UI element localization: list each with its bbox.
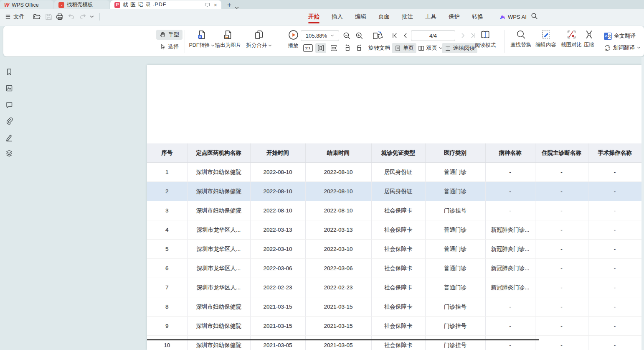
split-merge-button[interactable]: 拆分合并: [241, 29, 276, 54]
undo-redo-chevron-icon[interactable]: [89, 12, 95, 21]
table-cell: -: [485, 163, 535, 182]
document-area: 序号定点医药机构名称开始时间结束时间就诊凭证类型医疗类别病种名称住院主诊断名称手…: [0, 57, 644, 350]
table-cell: 2022-03-10: [250, 240, 305, 259]
table-cell: 2021-03-05: [250, 336, 305, 350]
next-page-button[interactable]: [459, 31, 467, 40]
cursor-icon: [160, 43, 166, 50]
file-menu-button[interactable]: 文件: [5, 9, 25, 24]
table-cell: -: [588, 336, 641, 350]
table-cell: 2: [147, 182, 187, 201]
read-mode-button[interactable]: 阅读模式: [468, 29, 503, 54]
wps-logo-icon: W: [4, 2, 9, 8]
table-cell: 普通门诊: [425, 259, 485, 278]
save-button[interactable]: [43, 12, 53, 21]
undo-button[interactable]: [66, 12, 76, 21]
translate-word-button[interactable]: 文 A 划词翻译: [604, 43, 641, 53]
previous-page-button[interactable]: [401, 31, 409, 40]
table-cell: 社会保障卡: [371, 240, 425, 259]
ribbon-tab-4[interactable]: 页面: [378, 13, 390, 20]
rotate-document-label[interactable]: 旋转文档: [366, 43, 393, 53]
table-cell: 2022-03-13: [250, 220, 305, 240]
ribbon-tab-6[interactable]: 工具: [425, 13, 436, 20]
fit-width-button[interactable]: [328, 43, 339, 53]
sidebar: [0, 57, 18, 350]
table-cell: 9: [147, 317, 187, 336]
table-cell: 社会保障卡: [371, 220, 425, 240]
column-header: 序号: [147, 143, 187, 163]
table-cell: 社会保障卡: [371, 317, 425, 336]
edit-content-icon: [541, 29, 551, 40]
open-file-button[interactable]: [32, 12, 42, 21]
compress-button[interactable]: 压缩: [576, 29, 601, 54]
tab-label: WPS Office: [12, 2, 38, 8]
hand-tool-button[interactable]: 手型: [156, 30, 183, 40]
table-cell: 2022-08-10: [250, 163, 305, 182]
tab-docer-templates[interactable]: 找稻壳模板: [54, 0, 109, 9]
actual-size-button[interactable]: 1:1: [302, 44, 313, 52]
one-to-one-icon: 1:1: [303, 44, 313, 52]
table-cell: 普通门诊: [425, 240, 485, 259]
zoom-level-dropdown[interactable]: 105.88%: [301, 30, 339, 41]
ribbon-tab-3[interactable]: 编辑: [355, 13, 366, 20]
table-cell: -: [588, 297, 641, 317]
print-button[interactable]: [55, 12, 65, 21]
single-page-button[interactable]: 单页: [392, 43, 416, 53]
ribbon-tab-1[interactable]: 开始: [308, 13, 319, 20]
fit-page-button[interactable]: [315, 43, 326, 53]
tab-list-chevron-icon[interactable]: [234, 5, 241, 9]
translate-full-button[interactable]: A文 全文翻译: [604, 31, 636, 41]
double-page-button[interactable]: 双页: [415, 43, 445, 53]
tab-document-pdf[interactable]: P 就 医 记 录 .PDF ×: [110, 0, 221, 9]
wps-ai-logo-icon: [499, 14, 506, 20]
rotate-pages-button[interactable]: [371, 30, 383, 41]
translate-full-icon: A文: [604, 33, 612, 40]
vertical-scrollbar[interactable]: [641, 57, 644, 350]
table-cell: -: [588, 278, 641, 297]
ribbon-tab-2[interactable]: 插入: [332, 13, 343, 20]
ribbon-tab-5[interactable]: 批注: [402, 13, 413, 20]
table-row: 9深圳市妇幼保健院2021-03-152021-03-15社会保障卡门诊挂号--…: [147, 317, 641, 336]
search-button[interactable]: [530, 12, 538, 20]
thumbnails-icon[interactable]: [5, 84, 13, 92]
svg-text:文: 文: [605, 48, 607, 51]
table-cell: -: [535, 163, 588, 182]
attachment-icon[interactable]: [5, 117, 13, 125]
wps-ai-button[interactable]: WPS AI: [499, 9, 527, 24]
ribbon-tab-7[interactable]: 保护: [449, 13, 460, 20]
export-image-button[interactable]: 输出为图片: [210, 29, 246, 54]
table-row: 2深圳市妇幼保健院2022-08-102022-08-10居民身份证普通门诊--…: [147, 182, 641, 201]
ribbon-tab-8[interactable]: 转换: [472, 13, 483, 20]
table-cell: -: [588, 201, 641, 220]
monitor-icon[interactable]: [204, 2, 210, 8]
table-cell: 新冠肺炎门诊...: [485, 259, 535, 278]
redo-button[interactable]: [78, 12, 88, 21]
tab-wps-office[interactable]: W WPS Office: [0, 0, 53, 9]
table-cell: 2021-03-15: [250, 317, 305, 336]
page-indicator-input[interactable]: [411, 30, 455, 41]
table-cell: -: [535, 297, 588, 317]
table-cell: 新冠肺炎门诊...: [485, 220, 535, 240]
zoom-in-button[interactable]: [354, 31, 364, 41]
table-cell: -: [485, 317, 535, 336]
zoom-out-button[interactable]: [342, 31, 352, 41]
rotate-right-button[interactable]: [354, 43, 365, 53]
bookmark-icon[interactable]: [5, 68, 13, 76]
separator: [99, 13, 100, 20]
layers-icon[interactable]: [5, 149, 13, 158]
table-row: 3深圳市妇幼保健院2022-08-102022-08-10社会保障卡门诊挂号--…: [147, 201, 641, 220]
select-tool-button[interactable]: 选择: [156, 42, 182, 52]
close-tab-icon[interactable]: ×: [213, 2, 218, 8]
table-cell: 社会保障卡: [371, 259, 425, 278]
comments-icon[interactable]: [5, 101, 13, 109]
separator: [27, 13, 27, 20]
signature-icon[interactable]: [5, 133, 13, 142]
table-cell: -: [535, 201, 588, 220]
table-cell: 2022-03-13: [305, 220, 371, 240]
first-page-button[interactable]: [390, 31, 399, 40]
pdf-file-icon: P: [114, 2, 120, 8]
rotate-left-button[interactable]: [342, 43, 352, 53]
table-row: 1深圳市妇幼保健院2022-08-102022-08-10居民身份证普通门诊--…: [147, 163, 641, 182]
table-cell: 2021-03-05: [305, 336, 371, 350]
table-row: 6深圳市龙华区人...2022-03-062022-03-06社会保障卡普通门诊…: [147, 259, 641, 278]
new-tab-button[interactable]: +: [222, 1, 234, 9]
